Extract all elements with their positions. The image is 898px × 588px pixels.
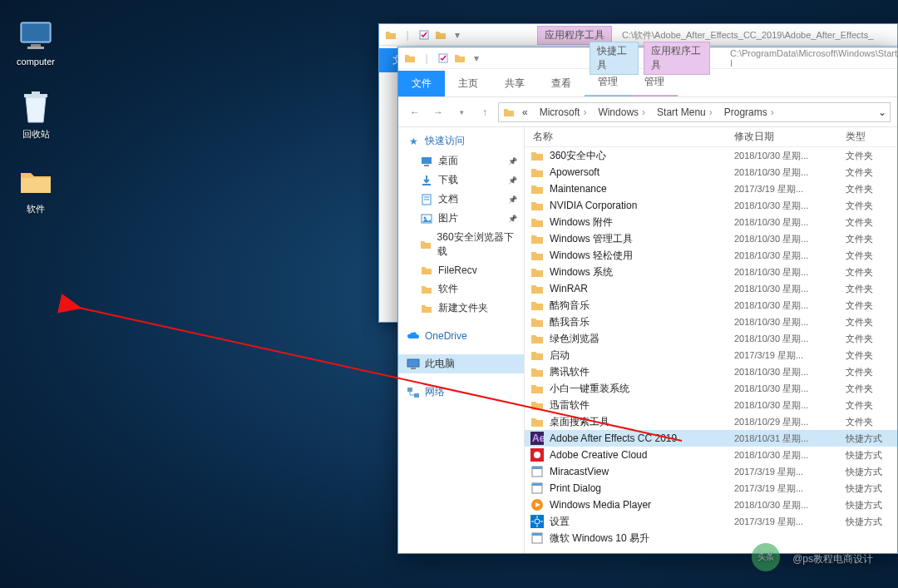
sidebar-item[interactable]: 360安全浏览器下载: [398, 228, 524, 261]
sidebar-item[interactable]: 下载: [398, 170, 524, 190]
file-row[interactable]: 设置2017/3/19 星期...快捷方式: [525, 513, 897, 530]
nav-back-button[interactable]: ←: [405, 102, 425, 122]
chevron-down-icon[interactable]: ▾: [470, 52, 483, 65]
folder-icon[interactable]: [453, 52, 466, 65]
desktop-icon-computer[interactable]: computer: [7, 18, 65, 67]
context-tab-shortcut-tools[interactable]: 快捷工具: [590, 42, 639, 75]
file-date: 2018/10/30 星期...: [734, 399, 846, 412]
file-type-icon: [530, 281, 545, 296]
file-row[interactable]: MiracastView2017/3/19 星期...快捷方式: [525, 463, 897, 480]
file-type: 快捷方式: [846, 516, 897, 528]
svg-rect-17: [407, 359, 419, 367]
ribbon-tab-view[interactable]: 查看: [538, 71, 585, 96]
file-row[interactable]: Windows 管理工具2018/10/30 星期...文件夹: [525, 230, 897, 247]
file-type: 文件夹: [846, 416, 897, 428]
file-date: 2018/10/30 星期...: [734, 383, 846, 395]
column-headers[interactable]: 名称 修改日期 类型: [525, 127, 897, 147]
file-type-icon: [530, 398, 545, 413]
file-date: 2018/10/30 星期...: [734, 233, 846, 245]
sidebar-item-label: 下载: [438, 173, 458, 187]
desktop-icon-label: 回收站: [7, 128, 65, 141]
folder-icon: [420, 302, 433, 315]
file-row[interactable]: Windows Media Player2018/10/30 星期...快捷方式: [525, 497, 897, 513]
breadcrumb-item[interactable]: Windows›: [593, 106, 650, 118]
svg-rect-28: [532, 483, 542, 486]
file-type: 快捷方式: [846, 466, 897, 478]
file-row[interactable]: 酷我音乐2018/10/30 星期...文件夹: [525, 314, 897, 330]
file-date: 2018/10/30 星期...: [734, 216, 846, 229]
ribbon-file-tab[interactable]: 文件: [398, 71, 445, 96]
column-header-name[interactable]: 名称: [525, 130, 734, 144]
file-date: 2018/10/30 星期...: [734, 499, 846, 511]
file-type: 文件夹: [846, 150, 897, 162]
breadcrumb-item[interactable]: Programs›: [719, 106, 779, 118]
column-header-type[interactable]: 类型: [846, 130, 897, 144]
file-name: Apowersoft: [550, 166, 734, 178]
file-type-icon: [530, 148, 545, 163]
download-icon: [420, 174, 433, 187]
breadcrumb-prefix[interactable]: «: [517, 106, 533, 118]
file-type: 快捷方式: [846, 499, 897, 511]
file-row[interactable]: Maintenance2017/3/19 星期...文件夹: [525, 180, 897, 197]
sidebar-item[interactable]: 软件: [398, 279, 524, 299]
file-row[interactable]: WinRAR2018/10/30 星期...文件夹: [525, 280, 897, 297]
window-path-title: C:\ProgramData\Microsoft\Windows\Start I: [730, 48, 897, 68]
file-row[interactable]: 绿色浏览器2018/10/30 星期...文件夹: [525, 330, 897, 347]
file-row[interactable]: NVIDIA Corporation2018/10/30 星期...文件夹: [525, 197, 897, 214]
document-icon: [420, 193, 433, 206]
file-row[interactable]: Adobe Creative Cloud2018/10/30 星期...快捷方式: [525, 447, 897, 463]
file-row[interactable]: Windows 轻松使用2018/10/30 星期...文件夹: [525, 247, 897, 264]
nav-up-button[interactable]: ↑: [475, 102, 495, 122]
breadcrumb-item[interactable]: Microsoft›: [535, 106, 592, 118]
file-date: 2017/3/19 星期...: [734, 482, 846, 495]
file-name: Windows 管理工具: [550, 232, 734, 246]
sidebar-this-pc[interactable]: 此电脑: [398, 354, 524, 373]
checkbox-icon[interactable]: [417, 28, 431, 42]
network-icon: [407, 386, 420, 399]
file-row[interactable]: 360安全中心2018/10/30 星期...文件夹: [525, 147, 897, 164]
file-row[interactable]: 微软 Windows 10 易升: [525, 530, 897, 546]
file-row[interactable]: Windows 系统2018/10/30 星期...文件夹: [525, 264, 897, 280]
column-header-date[interactable]: 修改日期: [734, 130, 846, 144]
file-row[interactable]: 小白一键重装系统2018/10/30 星期...文件夹: [525, 380, 897, 397]
computer-icon: [407, 358, 420, 371]
file-name: Windows 轻松使用: [550, 249, 734, 263]
file-row[interactable]: Print Dialog2017/3/19 星期...快捷方式: [525, 480, 897, 497]
checkbox-icon[interactable]: [437, 52, 450, 65]
ribbon-tab-home[interactable]: 主页: [445, 71, 491, 96]
sidebar-item[interactable]: 文档: [398, 190, 524, 209]
file-type: 文件夹: [846, 233, 897, 245]
desktop-icon-software-folder[interactable]: 软件: [7, 165, 65, 215]
file-row[interactable]: 迅雷软件2018/10/30 星期...文件夹: [525, 397, 897, 413]
file-row[interactable]: Apowersoft2018/10/30 星期...文件夹: [525, 164, 897, 180]
file-name: Windows 附件: [550, 215, 734, 230]
file-row[interactable]: 酷狗音乐2018/10/30 星期...文件夹: [525, 297, 897, 314]
nav-recent-button[interactable]: ▾: [451, 102, 471, 122]
ribbon-tab-share[interactable]: 共享: [491, 71, 538, 96]
file-type-icon: [530, 314, 545, 329]
file-row[interactable]: AeAdobe After Effects CC 20192018/10/31 …: [525, 430, 897, 447]
chevron-down-icon[interactable]: ▾: [451, 28, 464, 42]
folder-icon[interactable]: [434, 28, 447, 42]
breadcrumb-item[interactable]: Start Menu›: [652, 106, 718, 118]
file-name: Print Dialog: [550, 482, 734, 494]
desktop-icon-recycle-bin[interactable]: 回收站: [7, 90, 65, 141]
sidebar-onedrive[interactable]: OneDrive: [398, 326, 524, 346]
file-row[interactable]: Windows 附件2018/10/30 星期...文件夹: [525, 214, 897, 230]
sidebar-network[interactable]: 网络: [398, 382, 524, 403]
file-row[interactable]: 腾讯软件2018/10/30 星期...文件夹: [525, 363, 897, 380]
nav-forward-button[interactable]: →: [428, 102, 448, 122]
file-row[interactable]: 启动2017/3/19 星期...文件夹: [525, 347, 897, 363]
chevron-down-icon[interactable]: ⌄: [878, 106, 886, 118]
breadcrumb[interactable]: « Microsoft› Windows› Start Menu› Progra…: [498, 102, 891, 122]
context-tab-app-tools[interactable]: 应用程序工具: [644, 42, 710, 75]
file-row[interactable]: 桌面搜索工具2018/10/29 星期...文件夹: [525, 413, 897, 430]
file-name: 360安全中心: [550, 149, 734, 163]
file-name: 启动: [550, 348, 734, 363]
sidebar-item[interactable]: 图片: [398, 209, 524, 228]
sidebar-item[interactable]: FileRecv: [398, 261, 524, 279]
sidebar-item[interactable]: 桌面: [398, 151, 524, 170]
svg-rect-1: [22, 24, 49, 41]
sidebar-quick-access[interactable]: ★ 快速访问: [398, 131, 524, 151]
sidebar-item[interactable]: 新建文件夹: [398, 299, 524, 318]
